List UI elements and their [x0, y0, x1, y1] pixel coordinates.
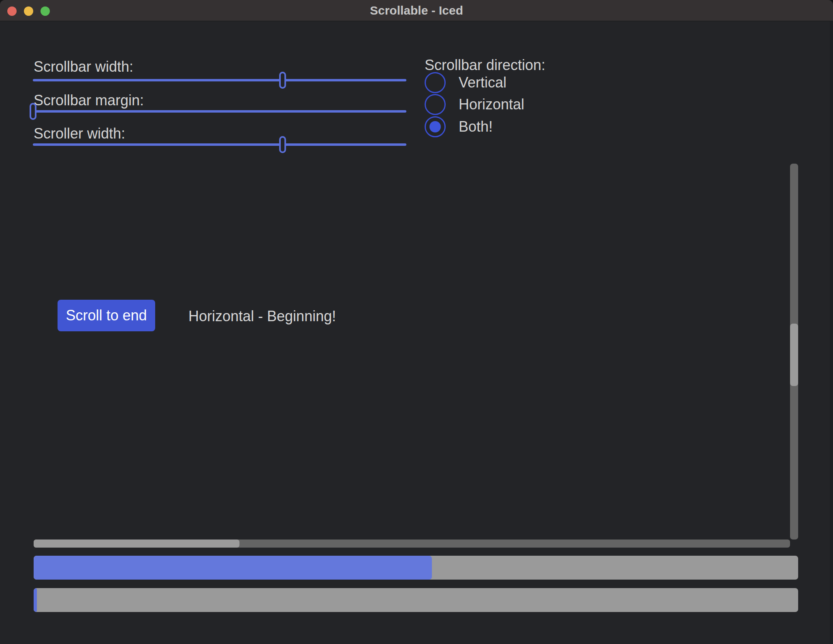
radio-label: Horizontal: [459, 96, 524, 113]
radio-circle[interactable]: [425, 116, 446, 137]
slider-handle[interactable]: [279, 136, 286, 153]
slider-handle[interactable]: [30, 103, 36, 120]
radio-option-vertical[interactable]: Vertical: [425, 72, 506, 93]
radio-option-both[interactable]: Both!: [425, 116, 493, 137]
vertical-scroller-thumb[interactable]: [790, 324, 798, 386]
vertical-scrollbar[interactable]: [790, 164, 798, 540]
radio-option-horizontal[interactable]: Horizontal: [425, 94, 524, 115]
slider-rail[interactable]: [33, 79, 406, 81]
scrollbar-width-slider[interactable]: [33, 72, 406, 89]
app-window: Scrollable - Iced Scrollbar width: Scrol…: [0, 0, 833, 644]
scroll-status-text: Horizontal - Beginning!: [188, 307, 336, 325]
slider-handle[interactable]: [279, 72, 286, 89]
scrollbar-direction-label: Scrollbar direction:: [425, 56, 545, 74]
radio-label: Vertical: [459, 74, 506, 91]
window-title: Scrollable - Iced: [0, 0, 833, 21]
progress-fill: [34, 588, 37, 612]
scroll-to-end-button[interactable]: Scroll to end: [58, 300, 155, 331]
vertical-scroll-progress-bar: [34, 556, 798, 580]
scroller-width-slider[interactable]: [33, 136, 406, 153]
horizontal-scrollbar[interactable]: [34, 540, 790, 548]
horizontal-scroller-thumb[interactable]: [34, 540, 239, 548]
horizontal-scroll-progress-bar: [34, 588, 798, 612]
radio-circle[interactable]: [425, 72, 446, 93]
window-right-edge: [830, 21, 833, 644]
radio-label: Both!: [459, 118, 493, 135]
scrollbar-margin-slider[interactable]: [33, 103, 406, 120]
radio-circle[interactable]: [425, 94, 446, 115]
titlebar[interactable]: Scrollable - Iced: [0, 0, 833, 21]
progress-fill: [34, 556, 432, 580]
slider-rail[interactable]: [33, 143, 406, 146]
slider-rail[interactable]: [33, 110, 406, 113]
radio-selected-dot: [429, 121, 441, 132]
